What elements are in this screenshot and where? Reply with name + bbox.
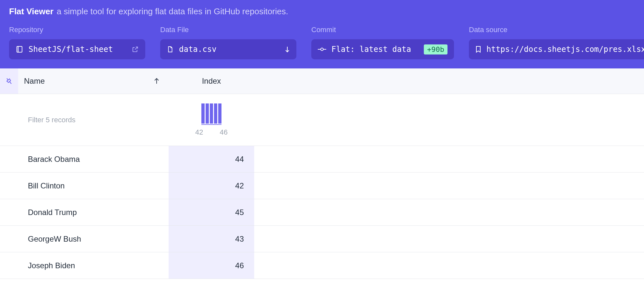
histogram-min: 42: [195, 128, 203, 137]
filter-row: 42 46: [0, 94, 644, 146]
histogram-max: 46: [220, 128, 228, 137]
bookmark-icon: [475, 45, 481, 53]
datasource-value: https://docs.sheetjs.com/pres.xlsx: [486, 45, 644, 54]
row-spacer: [254, 199, 644, 225]
row-pin-spacer: [0, 173, 18, 199]
datafile-pill[interactable]: data.csv: [160, 39, 296, 59]
histogram-bars: [201, 103, 221, 125]
commit-icon: [318, 47, 326, 52]
repository-label: Repository: [9, 26, 145, 34]
commit-value: Flat: latest data: [331, 45, 411, 54]
header-bar: Flat Viewer a simple tool for exploring …: [0, 0, 644, 68]
datasource-picker: Data source https://docs.sheetjs.com/pre…: [469, 26, 644, 59]
datafile-label: Data File: [160, 26, 296, 34]
datafile-value: data.csv: [179, 45, 217, 54]
table-row: Joseph Biden 46: [0, 252, 644, 279]
filter-input[interactable]: [18, 94, 169, 146]
index-histogram[interactable]: 42 46: [169, 94, 254, 146]
row-spacer: [254, 173, 644, 199]
table-row: Bill Clinton 42: [0, 173, 644, 199]
filter-pin-spacer: [0, 94, 18, 146]
row-pin-spacer: [0, 199, 18, 225]
sort-asc-icon: [154, 78, 160, 84]
cell-index[interactable]: 44: [169, 146, 254, 172]
table-row: Donald Trump 45: [0, 199, 644, 226]
cell-name[interactable]: Joseph Biden: [18, 252, 169, 279]
filter-spacer: [254, 94, 644, 146]
external-link-icon[interactable]: [132, 46, 139, 53]
column-header-index-label: Index: [202, 77, 221, 86]
table-row: GeorgeW Bush 43: [0, 226, 644, 252]
repository-picker: Repository SheetJS/flat-sheet: [9, 26, 145, 59]
row-spacer: [254, 146, 644, 172]
svg-point-1: [321, 48, 323, 51]
cell-name[interactable]: Barack Obama: [18, 146, 169, 172]
cell-index[interactable]: 42: [169, 173, 254, 199]
diff-badge: +90b: [424, 44, 447, 54]
cell-name[interactable]: Bill Clinton: [18, 173, 169, 199]
column-header-name-label: Name: [24, 77, 45, 86]
cell-index[interactable]: 46: [169, 252, 254, 279]
commit-label: Commit: [311, 26, 454, 34]
repository-pill[interactable]: SheetJS/flat-sheet: [9, 39, 145, 59]
row-pin-spacer: [0, 226, 18, 252]
cell-index[interactable]: 45: [169, 199, 254, 225]
table-header-row: Name Index: [0, 68, 644, 94]
cell-name[interactable]: Donald Trump: [18, 199, 169, 225]
commit-picker: Commit Flat: latest data +90b: [311, 26, 454, 59]
datafile-picker: Data File data.csv: [160, 26, 296, 59]
cell-name[interactable]: GeorgeW Bush: [18, 226, 169, 252]
row-pin-spacer: [0, 252, 18, 279]
column-header-name[interactable]: Name: [18, 68, 169, 94]
cell-index[interactable]: 43: [169, 226, 254, 252]
svg-rect-0: [17, 46, 22, 52]
app-subtitle: a simple tool for exploring flat data fi…: [57, 6, 288, 17]
commit-pill[interactable]: Flat: latest data +90b: [311, 39, 454, 59]
filter-name-cell: [18, 94, 169, 146]
header-spacer: [254, 68, 644, 94]
repo-icon: [16, 45, 23, 53]
column-header-index[interactable]: Index: [169, 68, 254, 94]
row-spacer: [254, 252, 644, 279]
app-title: Flat Viewer: [9, 6, 54, 17]
datasource-label: Data source: [469, 26, 644, 34]
data-table: Name Index 42 46 Barack Obama: [0, 68, 644, 279]
datasource-pill[interactable]: https://docs.sheetjs.com/pres.xlsx: [469, 39, 644, 59]
row-spacer: [254, 226, 644, 252]
repository-value: SheetJS/flat-sheet: [29, 45, 113, 54]
arrow-down-icon[interactable]: [285, 46, 290, 53]
table-row: Barack Obama 44: [0, 146, 644, 173]
row-pin-spacer: [0, 146, 18, 172]
pin-column-button[interactable]: [0, 68, 18, 94]
file-icon: [167, 45, 174, 53]
